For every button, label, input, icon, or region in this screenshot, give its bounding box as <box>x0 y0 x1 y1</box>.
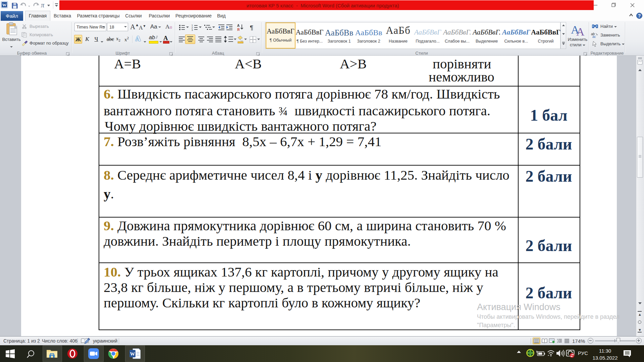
svg-text:1: 1 <box>192 24 193 26</box>
svg-text:2: 2 <box>192 26 193 29</box>
svg-text:А: А <box>237 24 239 27</box>
svg-text:ac: ac <box>592 35 596 38</box>
svg-text:3: 3 <box>192 29 193 31</box>
svg-text:Я: Я <box>237 28 239 32</box>
svg-text:W: W <box>130 351 135 357</box>
svg-text:W: W <box>2 2 7 7</box>
svg-text:π: π <box>41 1 45 9</box>
svg-text:¶: ¶ <box>250 24 253 31</box>
svg-text:A: A <box>576 25 585 36</box>
